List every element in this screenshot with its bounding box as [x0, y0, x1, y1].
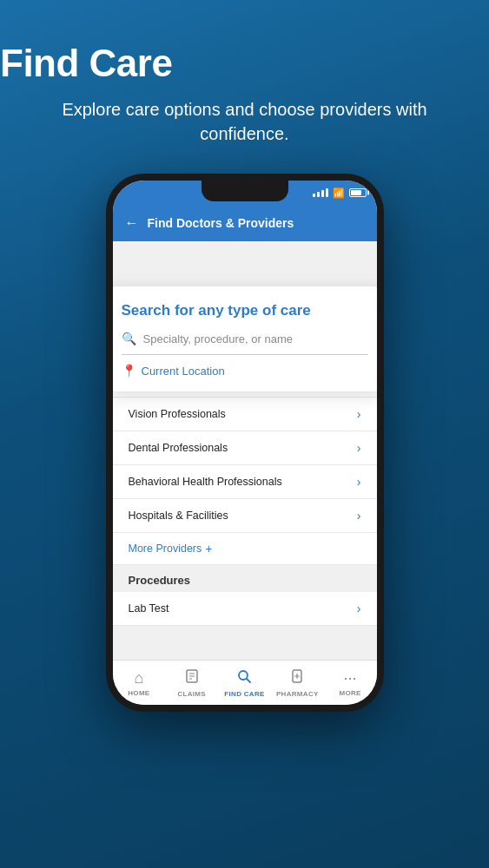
nav-label-home: HOME: [128, 689, 149, 697]
more-icon: ···: [344, 669, 357, 687]
wifi-icon: 📶: [333, 187, 345, 199]
search-input-row[interactable]: 🔍 Specialty, procedure, or name: [122, 332, 368, 355]
chevron-icon: ›: [357, 407, 361, 421]
phone-outer: 📶 ← Find Doctors & Providers Search for …: [106, 174, 384, 712]
plus-icon: +: [205, 542, 212, 556]
phone-inner: 📶 ← Find Doctors & Providers Search for …: [113, 181, 377, 705]
list-item-text: Dental Professionals: [129, 442, 228, 454]
list-item-hospitals[interactable]: Hospitals & Facilities ›: [113, 499, 377, 533]
location-row[interactable]: 📍 Current Location: [122, 364, 368, 378]
nav-label-more: MORE: [339, 689, 360, 697]
current-location-label: Current Location: [142, 365, 225, 378]
chevron-icon: ›: [357, 509, 361, 523]
app-header: ← Find Doctors & Providers: [113, 205, 377, 241]
battery-fill: [351, 190, 362, 195]
nav-item-pharmacy[interactable]: PHARMACY: [271, 668, 324, 698]
nav-item-more[interactable]: ··· MORE: [324, 669, 377, 697]
phone-mockup: 📶 ← Find Doctors & Providers Search for …: [106, 174, 384, 712]
nav-item-claims[interactable]: CLAIMS: [165, 668, 218, 698]
procedures-section-label: Procedures: [113, 565, 377, 592]
notch: [202, 181, 288, 201]
app-header-title: Find Doctors & Providers: [148, 216, 294, 230]
list-item-vision[interactable]: Vision Professionals ›: [113, 398, 377, 431]
list-item-text: Vision Professionals: [129, 408, 226, 420]
location-icon: 📍: [122, 364, 136, 378]
page-subtitle: Explore care options and choose provider…: [0, 97, 489, 146]
nav-label-findcare: FIND CARE: [224, 690, 264, 698]
list-item-text: Hospitals & Facilities: [129, 510, 228, 522]
nav-label-claims: CLAIMS: [177, 690, 205, 698]
signal-bar-4: [326, 188, 328, 197]
nav-item-findcare[interactable]: FIND CARE: [218, 668, 271, 698]
chevron-icon: ›: [357, 602, 361, 615]
search-icon: 🔍: [122, 332, 136, 345]
back-arrow-icon[interactable]: ←: [125, 215, 139, 231]
signal-bars: [313, 188, 328, 197]
list-item-lab-test[interactable]: Lab Test ›: [113, 592, 377, 626]
phone-content: Search for any type of care 🔍 Specialty,…: [113, 241, 377, 660]
nav-item-home[interactable]: ⌂ HOME: [113, 669, 166, 697]
findcare-icon: [236, 668, 252, 688]
list-item-text: Behavioral Health Professionals: [129, 476, 282, 488]
list-item-text: Lab Test: [129, 602, 169, 615]
page-title: Find Care: [0, 42, 489, 85]
svg-line-5: [247, 679, 250, 682]
page-title-section: Find Care Explore care options and choos…: [0, 0, 489, 146]
home-icon: ⌂: [134, 669, 143, 687]
chevron-icon: ›: [357, 441, 361, 455]
bottom-nav: ⌂ HOME CLAIMS: [113, 660, 377, 705]
signal-bar-1: [313, 194, 315, 197]
search-input-placeholder: Specialty, procedure, or name: [143, 332, 293, 345]
nav-label-pharmacy: PHARMACY: [276, 690, 319, 698]
search-card: Search for any type of care 🔍 Specialty,…: [113, 286, 377, 391]
list-item-behavioral[interactable]: Behavioral Health Professionals ›: [113, 465, 377, 499]
signal-bar-3: [321, 190, 324, 197]
claims-icon: [184, 668, 200, 688]
battery-icon: [349, 188, 367, 197]
signal-bar-2: [317, 192, 320, 197]
pharmacy-icon: [289, 668, 305, 688]
chevron-icon: ›: [357, 475, 361, 489]
more-providers-text: More Providers: [129, 542, 202, 555]
list-item-dental[interactable]: Dental Professionals ›: [113, 431, 377, 465]
more-providers-link[interactable]: More Providers +: [113, 533, 377, 565]
search-card-title: Search for any type of care: [122, 302, 368, 319]
